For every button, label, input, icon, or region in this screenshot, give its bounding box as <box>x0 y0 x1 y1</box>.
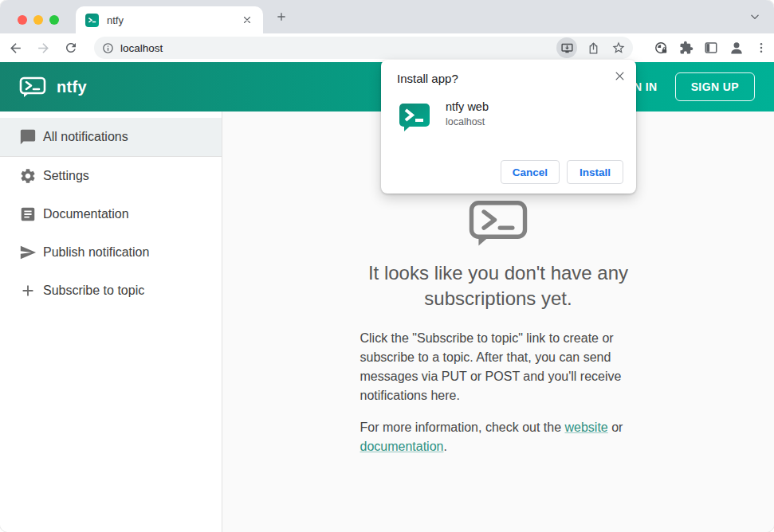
zoom-button[interactable] <box>49 15 59 25</box>
install-app-icon[interactable] <box>556 37 577 58</box>
ntfy-app-icon <box>397 99 432 137</box>
sidebar-item-documentation[interactable]: Documentation <box>0 195 222 233</box>
gear-icon <box>19 167 37 185</box>
chat-icon <box>19 128 37 146</box>
reload-icon[interactable] <box>64 41 78 55</box>
new-tab-icon[interactable] <box>274 10 289 24</box>
empty-state-description: Click the "Subscribe to topic" link to c… <box>360 329 637 405</box>
tab-close-icon[interactable] <box>241 14 253 26</box>
cancel-button[interactable]: Cancel <box>501 160 560 184</box>
sidebar-item-label: All notifications <box>43 130 128 144</box>
tab-ntfy[interactable]: ntfy <box>76 6 263 33</box>
profile-avatar-icon[interactable] <box>729 40 745 56</box>
ntfy-logo-icon <box>19 76 46 98</box>
traffic-lights <box>18 15 59 25</box>
extensions-puzzle-icon[interactable] <box>679 41 693 55</box>
sidebar-item-subscribe-to-topic[interactable]: Subscribe to topic <box>0 272 222 310</box>
sidebar-item-settings[interactable]: Settings <box>0 157 222 195</box>
sign-up-button[interactable]: SIGN UP <box>675 72 755 101</box>
documentation-link[interactable]: documentation <box>360 440 444 453</box>
sidebar: All notifications Settings Documentation <box>0 111 222 532</box>
install-app-dialog: Install app? ntfy web localhost Cancel I… <box>381 60 636 194</box>
browser-toolbar: localhost <box>0 33 774 62</box>
sidebar-item-label: Documentation <box>43 207 129 221</box>
tab-strip: ntfy <box>0 0 774 33</box>
kebab-menu-icon[interactable] <box>755 41 768 54</box>
close-button[interactable] <box>18 15 27 25</box>
forward-icon[interactable] <box>36 41 51 56</box>
dialog-close-icon[interactable] <box>613 69 626 82</box>
share-icon[interactable] <box>583 38 603 57</box>
ntfy-favicon <box>85 14 99 27</box>
side-panel-icon[interactable] <box>704 41 718 55</box>
extension-lock-icon[interactable] <box>654 41 669 56</box>
more-info-prefix: For more information, check out the <box>360 421 565 434</box>
tab-strip-chevron-down-icon[interactable] <box>748 10 761 23</box>
sidebar-item-all-notifications[interactable]: All notifications <box>0 118 222 156</box>
more-info-text: For more information, check out the webs… <box>360 418 637 456</box>
tab-title: ntfy <box>107 14 241 26</box>
article-icon <box>19 205 37 223</box>
sidebar-item-label: Subscribe to topic <box>43 284 144 298</box>
more-info-middle: or <box>608 421 623 434</box>
back-icon[interactable] <box>8 41 23 56</box>
dialog-app-name: ntfy web <box>446 100 489 113</box>
sidebar-item-publish-notification[interactable]: Publish notification <box>0 233 222 272</box>
bookmark-star-icon[interactable] <box>609 38 628 57</box>
brand-title: ntfy <box>57 78 87 96</box>
address-bar[interactable]: localhost <box>94 37 633 59</box>
dialog-title: Install app? <box>397 72 620 85</box>
url-text: localhost <box>120 42 556 54</box>
browser-window: ntfy localhost <box>0 0 774 532</box>
website-link[interactable]: website <box>565 421 608 434</box>
plus-icon <box>19 282 37 299</box>
install-button[interactable]: Install <box>567 160 623 184</box>
sidebar-item-label: Publish notification <box>43 245 149 260</box>
ntfy-terminal-bubble-icon <box>468 199 528 251</box>
minimize-button[interactable] <box>33 15 43 25</box>
send-icon <box>19 244 37 261</box>
site-info-icon[interactable] <box>102 42 114 54</box>
sidebar-item-label: Settings <box>43 169 89 183</box>
dialog-app-origin: localhost <box>446 116 489 127</box>
more-info-suffix: . <box>443 440 446 453</box>
empty-state-title: It looks like you don't have any subscri… <box>327 260 670 311</box>
